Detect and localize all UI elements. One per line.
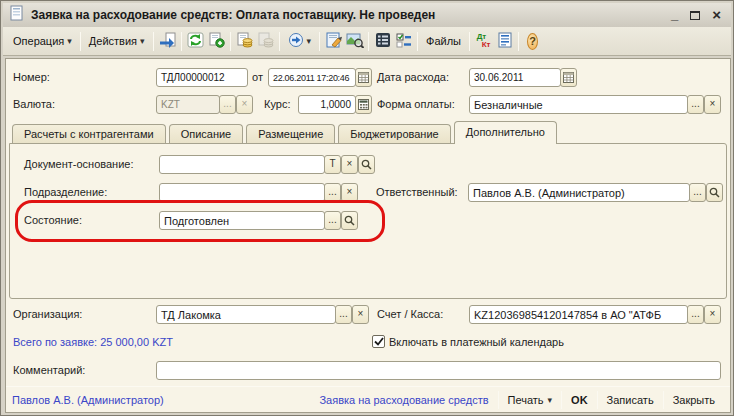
responsible-open-button[interactable] — [706, 183, 723, 202]
account-label: Счет / Касса: — [377, 308, 443, 320]
toolbar-separator — [518, 32, 519, 51]
organization-input[interactable]: ТД Лакомка — [156, 305, 336, 324]
payment-form-clear-button[interactable]: × — [704, 95, 721, 114]
dtkt-icon: Дт Кт — [477, 33, 491, 49]
dtkt-button[interactable]: Дт Кт — [473, 30, 494, 53]
report-button[interactable] — [494, 30, 515, 53]
close-button[interactable]: × — [712, 10, 721, 20]
post-document-icon — [158, 32, 176, 50]
calendar-icon — [563, 71, 574, 82]
tab-opisanie[interactable]: Описание — [169, 124, 244, 144]
statusbar: Павлов А.В. (Администратор) Заявка на ра… — [6, 388, 730, 412]
state-label: Состояние: — [24, 214, 82, 226]
base-doc-open-button[interactable] — [358, 155, 375, 174]
files-button[interactable]: Файлы — [421, 30, 466, 53]
payment-calendar-checkbox-label: Включать в платежный календарь — [389, 336, 564, 348]
refresh-button[interactable] — [185, 30, 206, 53]
number-input[interactable]: ТДЛ00000012 — [156, 68, 248, 87]
calendar-icon — [358, 71, 369, 82]
currency-select-button[interactable]: ... — [219, 95, 236, 114]
base-doc-input[interactable] — [159, 155, 325, 174]
print-button[interactable]: Печать ▾ — [499, 394, 562, 406]
ok-button[interactable]: OK — [562, 394, 597, 406]
account-clear-button[interactable]: × — [704, 305, 721, 324]
rate-calculator-button[interactable] — [355, 95, 372, 114]
responsible-select-button[interactable]: ... — [689, 183, 706, 202]
list-settings-button[interactable] — [393, 30, 414, 53]
expense-date-calendar-button[interactable] — [560, 68, 577, 87]
edit-document-icon — [325, 32, 343, 50]
toolbar-separator — [368, 32, 369, 51]
state-input[interactable]: Подготовлен — [159, 211, 325, 230]
department-select-button[interactable]: ... — [324, 183, 341, 202]
department-input[interactable] — [159, 183, 325, 202]
toolbar-separator — [230, 32, 231, 51]
tab-razmeshchenie[interactable]: Размещение — [246, 124, 335, 144]
tab-byudzhetirovanie[interactable]: Бюджетирование — [338, 124, 450, 144]
payment-form-input[interactable]: Безналичные — [469, 95, 688, 114]
go-to-button[interactable]: ▾ — [283, 30, 317, 53]
statusbar-user: Павлов А.В. (Администратор) — [12, 394, 164, 406]
base-doc-label: Документ-основание: — [24, 158, 134, 170]
operation-menu-label: Операция — [13, 35, 64, 47]
toolbar-separator — [417, 32, 418, 51]
payment-form-select-button[interactable]: ... — [687, 95, 704, 114]
help-button[interactable]: ? — [522, 30, 543, 53]
chevron-down-icon: ▾ — [140, 36, 145, 46]
datetime-input[interactable]: 22.06.2011 17:20:46 — [268, 68, 356, 87]
currency-input[interactable]: KZT — [156, 95, 220, 114]
preview-button[interactable] — [344, 30, 365, 53]
checkbox-list-icon — [396, 32, 412, 50]
preview-icon — [346, 32, 364, 50]
expense-date-input[interactable]: 30.06.2011 — [469, 68, 561, 87]
close-form-button[interactable]: Закрыть — [664, 394, 724, 406]
edit-document-button[interactable] — [323, 30, 344, 53]
total-line: Всего по заявке: 25 000,00 KZT — [13, 336, 173, 348]
base-doc-type-button[interactable]: T — [324, 155, 341, 174]
report-icon — [497, 32, 513, 50]
responsible-input[interactable]: Павлов А.В. (Администратор) — [468, 183, 690, 202]
print-button-label: Печать — [508, 394, 544, 406]
window-title: Заявка на расходование средств: Оплата п… — [31, 8, 435, 22]
document-coins-icon — [236, 32, 253, 50]
comment-label: Комментарий: — [13, 364, 85, 376]
tab-panel-dopolnitelno: Документ-основание: T × Подразделение: .… — [9, 143, 727, 299]
check-icon — [374, 336, 384, 348]
magnifier-icon — [361, 158, 372, 169]
tab-dopolnitelno[interactable]: Дополнительно — [454, 121, 557, 144]
structure-button[interactable] — [372, 30, 393, 53]
rate-input[interactable]: 1,0000 — [298, 95, 356, 114]
account-select-button[interactable]: ... — [687, 305, 704, 324]
cancel-posting-button[interactable] — [255, 30, 276, 53]
toolbar-separator — [80, 32, 81, 51]
toolbar-separator — [153, 32, 154, 51]
organization-select-button[interactable]: ... — [335, 305, 352, 324]
actions-menu-label: Действия — [89, 35, 137, 47]
state-select-button[interactable]: ... — [324, 211, 341, 230]
magnifier-icon — [344, 214, 355, 225]
account-input[interactable]: KZ120369854120147854 в АО "АТФБ — [469, 305, 688, 324]
comment-input[interactable] — [156, 361, 721, 380]
department-clear-button[interactable]: × — [341, 183, 358, 202]
datetime-calendar-button[interactable] — [355, 68, 372, 87]
maximize-button[interactable] — [690, 11, 700, 20]
statusbar-doc-link[interactable]: Заявка на расходование средств — [310, 394, 497, 406]
actions-menu-button[interactable]: Действия ▾ — [84, 30, 150, 53]
post-document-coins-button[interactable] — [234, 30, 255, 53]
base-doc-clear-button[interactable]: × — [341, 155, 358, 174]
operation-menu-button[interactable]: Операция ▾ — [8, 30, 77, 53]
save-button[interactable]: Записать — [598, 394, 663, 406]
chevron-down-icon: ▾ — [67, 36, 72, 46]
currency-label: Валюта: — [13, 98, 55, 110]
document-coins-disabled-icon — [257, 32, 274, 50]
copy-button[interactable] — [206, 30, 227, 53]
organization-clear-button[interactable]: × — [352, 305, 369, 324]
minimize-button[interactable]: _ — [671, 10, 678, 20]
refresh-icon — [187, 32, 204, 50]
currency-clear-button[interactable]: × — [236, 95, 253, 114]
state-open-button[interactable] — [341, 211, 358, 230]
payment-form-label: Форма оплаты: — [377, 98, 455, 110]
payment-calendar-checkbox[interactable] — [372, 335, 385, 348]
post-and-close-button[interactable] — [157, 30, 178, 53]
tab-raschety[interactable]: Расчеты с контрагентами — [12, 124, 166, 144]
